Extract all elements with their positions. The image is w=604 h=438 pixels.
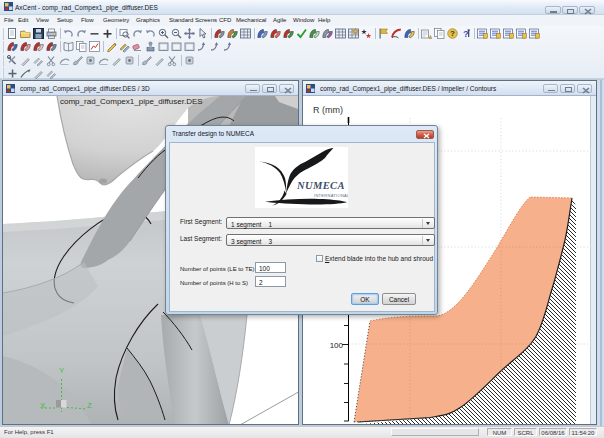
svg-text:Y: Y: [59, 366, 65, 375]
svg-text:X: X: [40, 401, 46, 410]
svg-text:R (mm): R (mm): [313, 105, 343, 115]
svg-text:?: ?: [450, 29, 455, 38]
svg-text:100: 100: [330, 341, 344, 350]
svg-text:INTERNATIONAL: INTERNATIONAL: [314, 193, 348, 198]
svg-text:NUMECA: NUMECA: [296, 180, 345, 191]
svg-text:Z: Z: [87, 401, 92, 410]
